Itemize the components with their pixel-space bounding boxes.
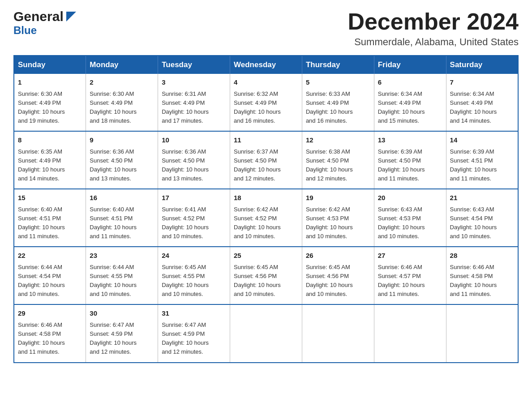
- day-number: 9: [90, 135, 154, 146]
- day-info: Sunrise: 6:30 AMSunset: 4:49 PMDaylight:…: [90, 90, 154, 126]
- day-number: 1: [18, 77, 82, 88]
- day-info: Sunrise: 6:47 AMSunset: 4:59 PMDaylight:…: [162, 321, 226, 357]
- table-row: 25 Sunrise: 6:45 AMSunset: 4:56 PMDaylig…: [230, 247, 302, 304]
- day-number: 23: [90, 251, 154, 261]
- calendar-table: SundayMondayTuesdayWednesdayThursdayFrid…: [13, 55, 519, 363]
- table-row: 27 Sunrise: 6:46 AMSunset: 4:57 PMDaylig…: [374, 247, 446, 304]
- table-row: 20 Sunrise: 6:43 AMSunset: 4:53 PMDaylig…: [374, 189, 446, 247]
- table-row: 23 Sunrise: 6:44 AMSunset: 4:55 PMDaylig…: [86, 247, 158, 304]
- week-row-4: 22 Sunrise: 6:44 AMSunset: 4:54 PMDaylig…: [14, 247, 518, 304]
- day-info: Sunrise: 6:45 AMSunset: 4:55 PMDaylight:…: [162, 263, 226, 299]
- day-number: 21: [450, 193, 514, 203]
- day-number: 5: [306, 77, 370, 88]
- table-row: 18 Sunrise: 6:42 AMSunset: 4:52 PMDaylig…: [230, 189, 302, 247]
- col-header-thursday: Thursday: [302, 56, 374, 74]
- col-header-saturday: Saturday: [446, 56, 518, 74]
- col-header-friday: Friday: [374, 56, 446, 74]
- day-number: 29: [18, 308, 82, 319]
- day-info: Sunrise: 6:35 AMSunset: 4:49 PMDaylight:…: [18, 147, 82, 184]
- table-row: [230, 304, 302, 362]
- day-info: Sunrise: 6:30 AMSunset: 4:49 PMDaylight:…: [18, 90, 82, 126]
- day-info: Sunrise: 6:46 AMSunset: 4:58 PMDaylight:…: [450, 263, 514, 299]
- table-row: 24 Sunrise: 6:45 AMSunset: 4:55 PMDaylig…: [158, 247, 230, 304]
- day-number: 24: [162, 251, 226, 261]
- day-number: 18: [234, 193, 298, 203]
- day-info: Sunrise: 6:46 AMSunset: 4:58 PMDaylight:…: [18, 321, 82, 357]
- page-header: General Blue December 2024 Summerdale, A…: [13, 9, 519, 48]
- table-row: 7 Sunrise: 6:34 AMSunset: 4:49 PMDayligh…: [446, 74, 518, 131]
- day-info: Sunrise: 6:39 AMSunset: 4:51 PMDaylight:…: [450, 147, 514, 184]
- day-number: 4: [234, 77, 298, 88]
- table-row: 22 Sunrise: 6:44 AMSunset: 4:54 PMDaylig…: [14, 247, 86, 304]
- day-number: 26: [306, 251, 370, 261]
- table-row: [374, 304, 446, 362]
- day-number: 8: [18, 135, 82, 146]
- day-info: Sunrise: 6:44 AMSunset: 4:54 PMDaylight:…: [18, 263, 82, 299]
- table-row: 3 Sunrise: 6:31 AMSunset: 4:49 PMDayligh…: [158, 74, 230, 131]
- location-subtitle: Summerdale, Alabama, United States: [348, 36, 519, 48]
- table-row: 2 Sunrise: 6:30 AMSunset: 4:49 PMDayligh…: [86, 74, 158, 131]
- day-info: Sunrise: 6:46 AMSunset: 4:57 PMDaylight:…: [378, 263, 442, 299]
- table-row: 11 Sunrise: 6:37 AMSunset: 4:50 PMDaylig…: [230, 131, 302, 189]
- day-info: Sunrise: 6:34 AMSunset: 4:49 PMDaylight:…: [450, 90, 514, 126]
- table-row: 14 Sunrise: 6:39 AMSunset: 4:51 PMDaylig…: [446, 131, 518, 189]
- table-row: 28 Sunrise: 6:46 AMSunset: 4:58 PMDaylig…: [446, 247, 518, 304]
- day-number: 17: [162, 193, 226, 203]
- logo-blue-text: Blue: [13, 24, 37, 36]
- day-info: Sunrise: 6:42 AMSunset: 4:52 PMDaylight:…: [234, 205, 298, 241]
- day-number: 22: [18, 251, 82, 261]
- table-row: [302, 304, 374, 362]
- table-row: 29 Sunrise: 6:46 AMSunset: 4:58 PMDaylig…: [14, 304, 86, 362]
- table-row: 5 Sunrise: 6:33 AMSunset: 4:49 PMDayligh…: [302, 74, 374, 131]
- day-number: 16: [90, 193, 154, 203]
- month-title: December 2024: [348, 9, 519, 34]
- table-row: 1 Sunrise: 6:30 AMSunset: 4:49 PMDayligh…: [14, 74, 86, 131]
- day-number: 12: [306, 135, 370, 146]
- table-row: 10 Sunrise: 6:36 AMSunset: 4:50 PMDaylig…: [158, 131, 230, 189]
- table-row: 19 Sunrise: 6:42 AMSunset: 4:53 PMDaylig…: [302, 189, 374, 247]
- day-info: Sunrise: 6:43 AMSunset: 4:54 PMDaylight:…: [450, 205, 514, 241]
- table-row: 16 Sunrise: 6:40 AMSunset: 4:51 PMDaylig…: [86, 189, 158, 247]
- day-number: 31: [162, 308, 226, 319]
- table-row: 6 Sunrise: 6:34 AMSunset: 4:49 PMDayligh…: [374, 74, 446, 131]
- day-info: Sunrise: 6:36 AMSunset: 4:50 PMDaylight:…: [162, 147, 226, 184]
- day-info: Sunrise: 6:45 AMSunset: 4:56 PMDaylight:…: [306, 263, 370, 299]
- table-row: [446, 304, 518, 362]
- day-info: Sunrise: 6:38 AMSunset: 4:50 PMDaylight:…: [306, 147, 370, 184]
- day-info: Sunrise: 6:40 AMSunset: 4:51 PMDaylight:…: [90, 205, 154, 241]
- day-number: 25: [234, 251, 298, 261]
- day-info: Sunrise: 6:37 AMSunset: 4:50 PMDaylight:…: [234, 147, 298, 184]
- calendar-header: SundayMondayTuesdayWednesdayThursdayFrid…: [14, 56, 518, 74]
- logo-triangle-icon: [66, 12, 76, 23]
- day-info: Sunrise: 6:33 AMSunset: 4:49 PMDaylight:…: [306, 90, 370, 126]
- day-number: 13: [378, 135, 442, 146]
- day-info: Sunrise: 6:32 AMSunset: 4:49 PMDaylight:…: [234, 90, 298, 126]
- table-row: 26 Sunrise: 6:45 AMSunset: 4:56 PMDaylig…: [302, 247, 374, 304]
- day-info: Sunrise: 6:40 AMSunset: 4:51 PMDaylight:…: [18, 205, 82, 241]
- day-info: Sunrise: 6:47 AMSunset: 4:59 PMDaylight:…: [90, 321, 154, 357]
- col-header-monday: Monday: [86, 56, 158, 74]
- day-header-row: SundayMondayTuesdayWednesdayThursdayFrid…: [14, 56, 518, 74]
- table-row: 12 Sunrise: 6:38 AMSunset: 4:50 PMDaylig…: [302, 131, 374, 189]
- day-number: 6: [378, 77, 442, 88]
- table-row: 15 Sunrise: 6:40 AMSunset: 4:51 PMDaylig…: [14, 189, 86, 247]
- day-number: 27: [378, 251, 442, 261]
- day-info: Sunrise: 6:31 AMSunset: 4:49 PMDaylight:…: [162, 90, 226, 126]
- day-info: Sunrise: 6:45 AMSunset: 4:56 PMDaylight:…: [234, 263, 298, 299]
- week-row-2: 8 Sunrise: 6:35 AMSunset: 4:49 PMDayligh…: [14, 131, 518, 189]
- svg-marker-0: [66, 12, 76, 21]
- week-row-3: 15 Sunrise: 6:40 AMSunset: 4:51 PMDaylig…: [14, 189, 518, 247]
- title-area: December 2024 Summerdale, Alabama, Unite…: [348, 9, 519, 48]
- day-info: Sunrise: 6:41 AMSunset: 4:52 PMDaylight:…: [162, 205, 226, 241]
- day-number: 30: [90, 308, 154, 319]
- day-number: 10: [162, 135, 226, 146]
- logo: General Blue: [13, 9, 76, 37]
- table-row: 8 Sunrise: 6:35 AMSunset: 4:49 PMDayligh…: [14, 131, 86, 189]
- table-row: 21 Sunrise: 6:43 AMSunset: 4:54 PMDaylig…: [446, 189, 518, 247]
- week-row-1: 1 Sunrise: 6:30 AMSunset: 4:49 PMDayligh…: [14, 74, 518, 131]
- day-number: 7: [450, 77, 514, 88]
- day-number: 14: [450, 135, 514, 146]
- col-header-sunday: Sunday: [14, 56, 86, 74]
- day-number: 2: [90, 77, 154, 88]
- day-info: Sunrise: 6:39 AMSunset: 4:50 PMDaylight:…: [378, 147, 442, 184]
